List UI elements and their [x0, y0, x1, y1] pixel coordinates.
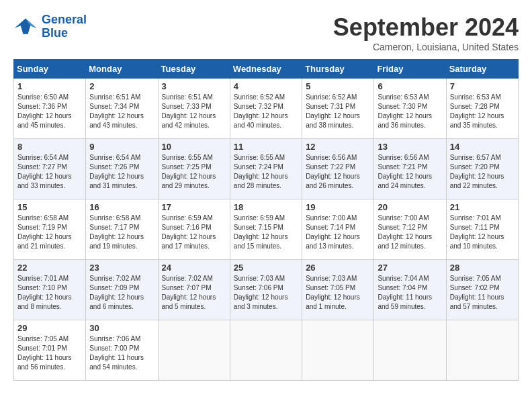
calendar-week-2: 8Sunrise: 6:54 AMSunset: 7:27 PMDaylight… — [14, 139, 519, 199]
cell-content: Sunrise: 7:03 AMSunset: 7:06 PMDaylight:… — [234, 274, 298, 312]
logo-text: General Blue — [42, 13, 87, 40]
calendar-cell: 26Sunrise: 7:03 AMSunset: 7:05 PMDayligh… — [302, 260, 374, 320]
calendar-cell — [446, 320, 518, 381]
calendar-cell: 25Sunrise: 7:03 AMSunset: 7:06 PMDayligh… — [230, 260, 302, 320]
cell-content: Sunrise: 6:52 AMSunset: 7:31 PMDaylight:… — [306, 93, 370, 130]
calendar-week-4: 22Sunrise: 7:01 AMSunset: 7:10 PMDayligh… — [14, 260, 519, 320]
day-number: 14 — [450, 142, 515, 152]
cell-content: Sunrise: 7:03 AMSunset: 7:05 PMDaylight:… — [306, 274, 370, 312]
day-number: 13 — [378, 142, 442, 152]
day-number: 20 — [378, 202, 442, 212]
location-subtitle: Cameron, Louisiana, United States — [333, 42, 519, 52]
logo-icon — [13, 17, 38, 37]
calendar-cell: 29Sunrise: 7:05 AMSunset: 7:01 PMDayligh… — [14, 320, 86, 381]
cell-content: Sunrise: 6:57 AMSunset: 7:20 PMDaylight:… — [450, 153, 515, 191]
calendar-week-5: 29Sunrise: 7:05 AMSunset: 7:01 PMDayligh… — [14, 320, 519, 381]
day-number: 3 — [162, 81, 226, 91]
cell-content: Sunrise: 7:02 AMSunset: 7:09 PMDaylight:… — [89, 274, 154, 312]
cell-content: Sunrise: 7:05 AMSunset: 7:02 PMDaylight:… — [450, 274, 515, 312]
day-number: 18 — [234, 202, 298, 212]
day-number: 7 — [450, 81, 515, 91]
header-monday: Monday — [86, 60, 158, 79]
page-header: General Blue September 2024 Cameron, Lou… — [13, 13, 519, 52]
cell-content: Sunrise: 6:51 AMSunset: 7:33 PMDaylight:… — [162, 93, 226, 130]
cell-content: Sunrise: 7:02 AMSunset: 7:07 PMDaylight:… — [162, 274, 226, 312]
calendar-cell: 4Sunrise: 6:52 AMSunset: 7:32 PMDaylight… — [230, 79, 302, 139]
cell-content: Sunrise: 7:00 AMSunset: 7:12 PMDaylight:… — [378, 214, 442, 251]
calendar-body: 1Sunrise: 6:50 AMSunset: 7:36 PMDaylight… — [14, 79, 519, 381]
calendar-cell: 17Sunrise: 6:59 AMSunset: 7:16 PMDayligh… — [158, 199, 230, 260]
cell-content: Sunrise: 6:53 AMSunset: 7:30 PMDaylight:… — [378, 93, 442, 130]
cell-content: Sunrise: 7:00 AMSunset: 7:14 PMDaylight:… — [306, 214, 370, 251]
day-number: 21 — [450, 202, 515, 212]
calendar-cell: 13Sunrise: 6:56 AMSunset: 7:21 PMDayligh… — [374, 139, 446, 199]
day-number: 9 — [89, 142, 154, 152]
title-area: September 2024 Cameron, Louisiana, Unite… — [333, 13, 519, 52]
cell-content: Sunrise: 7:06 AMSunset: 7:00 PMDaylight:… — [89, 334, 154, 372]
day-number: 25 — [234, 263, 298, 273]
logo-line2: Blue — [42, 26, 68, 40]
calendar-cell: 30Sunrise: 7:06 AMSunset: 7:00 PMDayligh… — [86, 320, 158, 381]
cell-content: Sunrise: 7:01 AMSunset: 7:10 PMDaylight:… — [17, 274, 82, 312]
calendar-cell: 5Sunrise: 6:52 AMSunset: 7:31 PMDaylight… — [302, 79, 374, 139]
calendar-cell: 21Sunrise: 7:01 AMSunset: 7:11 PMDayligh… — [446, 199, 518, 260]
cell-content: Sunrise: 6:59 AMSunset: 7:16 PMDaylight:… — [162, 214, 226, 251]
day-number: 5 — [306, 81, 370, 91]
day-number: 6 — [378, 81, 442, 91]
day-number: 22 — [17, 263, 82, 273]
day-number: 10 — [162, 142, 226, 152]
day-number: 29 — [17, 323, 82, 333]
calendar-cell: 28Sunrise: 7:05 AMSunset: 7:02 PMDayligh… — [446, 260, 518, 320]
day-number: 16 — [89, 202, 154, 212]
calendar-cell: 22Sunrise: 7:01 AMSunset: 7:10 PMDayligh… — [14, 260, 86, 320]
header-saturday: Saturday — [446, 60, 518, 79]
cell-content: Sunrise: 6:59 AMSunset: 7:15 PMDaylight:… — [234, 214, 298, 251]
day-number: 27 — [378, 263, 442, 273]
calendar-cell: 27Sunrise: 7:04 AMSunset: 7:04 PMDayligh… — [374, 260, 446, 320]
calendar-cell: 9Sunrise: 6:54 AMSunset: 7:26 PMDaylight… — [86, 139, 158, 199]
cell-content: Sunrise: 6:58 AMSunset: 7:17 PMDaylight:… — [89, 214, 154, 251]
cell-content: Sunrise: 6:53 AMSunset: 7:28 PMDaylight:… — [450, 93, 515, 130]
cell-content: Sunrise: 7:01 AMSunset: 7:11 PMDaylight:… — [450, 214, 515, 251]
header-wednesday: Wednesday — [230, 60, 302, 79]
calendar-cell — [374, 320, 446, 381]
cell-content: Sunrise: 6:56 AMSunset: 7:22 PMDaylight:… — [306, 153, 370, 191]
day-number: 15 — [17, 202, 82, 212]
calendar-cell: 12Sunrise: 6:56 AMSunset: 7:22 PMDayligh… — [302, 139, 374, 199]
month-title: September 2024 — [333, 13, 519, 42]
cell-content: Sunrise: 6:54 AMSunset: 7:26 PMDaylight:… — [89, 153, 154, 191]
calendar-cell: 15Sunrise: 6:58 AMSunset: 7:19 PMDayligh… — [14, 199, 86, 260]
day-number: 23 — [89, 263, 154, 273]
calendar-table: SundayMondayTuesdayWednesdayThursdayFrid… — [13, 59, 519, 381]
calendar-cell: 20Sunrise: 7:00 AMSunset: 7:12 PMDayligh… — [374, 199, 446, 260]
day-number: 1 — [17, 81, 82, 91]
calendar-cell: 8Sunrise: 6:54 AMSunset: 7:27 PMDaylight… — [14, 139, 86, 199]
day-number: 30 — [89, 323, 154, 333]
day-number: 12 — [306, 142, 370, 152]
calendar-cell: 6Sunrise: 6:53 AMSunset: 7:30 PMDaylight… — [374, 79, 446, 139]
calendar-cell — [158, 320, 230, 381]
calendar-cell — [302, 320, 374, 381]
calendar-cell — [230, 320, 302, 381]
cell-content: Sunrise: 7:05 AMSunset: 7:01 PMDaylight:… — [17, 334, 82, 372]
calendar-cell: 18Sunrise: 6:59 AMSunset: 7:15 PMDayligh… — [230, 199, 302, 260]
day-number: 28 — [450, 263, 515, 273]
calendar-week-3: 15Sunrise: 6:58 AMSunset: 7:19 PMDayligh… — [14, 199, 519, 260]
logo: General Blue — [13, 13, 87, 40]
day-number: 17 — [162, 202, 226, 212]
calendar-cell: 3Sunrise: 6:51 AMSunset: 7:33 PMDaylight… — [158, 79, 230, 139]
calendar-cell: 14Sunrise: 6:57 AMSunset: 7:20 PMDayligh… — [446, 139, 518, 199]
logo-line1: General — [42, 13, 87, 26]
day-number: 4 — [234, 81, 298, 91]
cell-content: Sunrise: 6:55 AMSunset: 7:25 PMDaylight:… — [162, 153, 226, 191]
header-tuesday: Tuesday — [158, 60, 230, 79]
calendar-cell: 2Sunrise: 6:51 AMSunset: 7:34 PMDaylight… — [86, 79, 158, 139]
cell-content: Sunrise: 6:54 AMSunset: 7:27 PMDaylight:… — [17, 153, 82, 191]
calendar-cell: 7Sunrise: 6:53 AMSunset: 7:28 PMDaylight… — [446, 79, 518, 139]
cell-content: Sunrise: 6:51 AMSunset: 7:34 PMDaylight:… — [89, 93, 154, 130]
calendar-cell: 10Sunrise: 6:55 AMSunset: 7:25 PMDayligh… — [158, 139, 230, 199]
cell-content: Sunrise: 6:50 AMSunset: 7:36 PMDaylight:… — [17, 93, 82, 130]
cell-content: Sunrise: 6:56 AMSunset: 7:21 PMDaylight:… — [378, 153, 442, 191]
calendar-cell: 23Sunrise: 7:02 AMSunset: 7:09 PMDayligh… — [86, 260, 158, 320]
cell-content: Sunrise: 6:58 AMSunset: 7:19 PMDaylight:… — [17, 214, 82, 251]
